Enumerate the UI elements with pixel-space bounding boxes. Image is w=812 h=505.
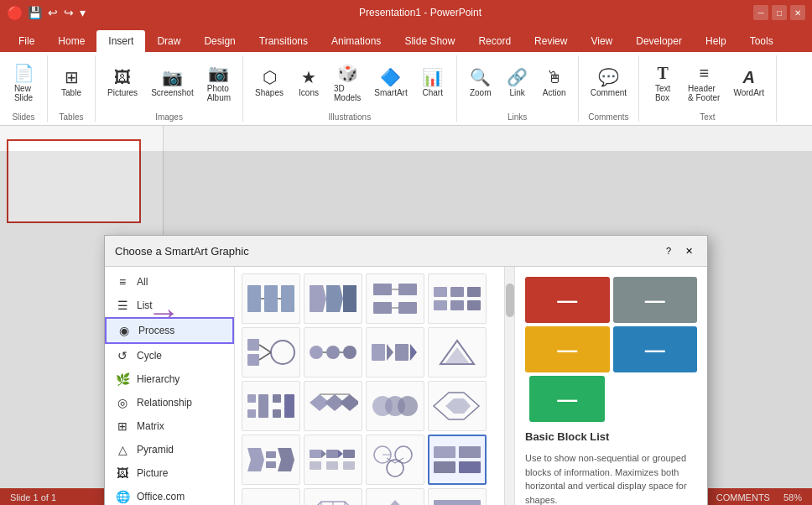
- tab-animations[interactable]: Animations: [320, 30, 393, 52]
- maximize-btn[interactable]: □: [772, 5, 787, 20]
- category-picture[interactable]: 🖼 Picture: [105, 461, 234, 485]
- category-all[interactable]: ≡ All: [105, 270, 234, 294]
- chart-icon: 📊: [422, 69, 443, 86]
- tab-developer[interactable]: Developer: [624, 30, 694, 52]
- smartart-item-11[interactable]: [366, 381, 424, 431]
- tab-insert[interactable]: Insert: [96, 30, 145, 52]
- smartart-item-7[interactable]: [366, 327, 424, 377]
- svg-point-25: [310, 346, 323, 359]
- tab-review[interactable]: Review: [523, 30, 579, 52]
- svg-marker-59: [338, 450, 343, 458]
- svg-rect-1: [264, 285, 278, 312]
- close-btn[interactable]: ✕: [790, 5, 805, 20]
- chart-btn[interactable]: 📊 Chart: [416, 65, 450, 101]
- tab-draw[interactable]: Draw: [145, 30, 192, 52]
- dialog-body: ≡ All ☰ List ◉ Process ↺ Cycle: [105, 267, 707, 505]
- smartart-item-14[interactable]: [304, 435, 362, 485]
- header-footer-icon: ≡: [699, 65, 709, 81]
- category-matrix[interactable]: ⊞ Matrix: [105, 414, 234, 438]
- svg-rect-2: [281, 285, 294, 312]
- category-pyramid-label: Pyramid: [137, 444, 174, 456]
- title-bar: 🔴 💾 ↩ ↪ ▾ Presentation1 - PowerPoint ─ □…: [0, 0, 812, 25]
- ribbon-group-illustrations: ⬡ Shapes ★ Icons 🎲 3DModels 🔷 SmartArt 📊…: [243, 55, 457, 122]
- color-swatch-blue[interactable]: —: [613, 326, 698, 372]
- screenshot-btn[interactable]: 📷 Screenshot: [146, 65, 199, 101]
- tab-home[interactable]: Home: [46, 30, 96, 52]
- smartart-item-8[interactable]: [428, 327, 487, 377]
- tab-help[interactable]: Help: [694, 30, 738, 52]
- comment-icon: 💬: [598, 69, 619, 86]
- link-btn[interactable]: 🔗 Link: [501, 65, 534, 101]
- svg-line-23: [259, 345, 271, 352]
- color-swatch-yellow[interactable]: —: [525, 326, 610, 372]
- customize-qat-btn[interactable]: ▾: [78, 4, 87, 21]
- color-swatch-red[interactable]: —: [525, 277, 610, 323]
- new-slide-icon: 📄: [13, 65, 34, 81]
- grid-scrollbar[interactable]: [504, 267, 514, 505]
- smartart-item-12[interactable]: [428, 381, 487, 431]
- smartart-item-18[interactable]: [304, 488, 362, 505]
- tables-group-items: ⊞ Table: [55, 55, 88, 111]
- smartart-item-13[interactable]: [242, 435, 300, 485]
- smartart-item-17[interactable]: [242, 488, 300, 505]
- color-swatch-gray[interactable]: —: [613, 277, 698, 323]
- smartart-item-16[interactable]: [428, 435, 487, 485]
- category-hierarchy[interactable]: 🌿 Hierarchy: [105, 367, 234, 391]
- smartart-item-15[interactable]: [366, 435, 424, 485]
- smartart-item-9[interactable]: [242, 381, 300, 431]
- tab-view[interactable]: View: [579, 30, 624, 52]
- dialog-help-btn[interactable]: ?: [660, 242, 677, 259]
- smartart-item-4[interactable]: [428, 273, 487, 324]
- pictures-icon: 🖼: [114, 69, 131, 86]
- svg-rect-15: [434, 300, 447, 310]
- smartart-item-2[interactable]: [304, 273, 362, 324]
- save-qat-btn[interactable]: 💾: [26, 4, 44, 21]
- category-cycle[interactable]: ↺ Cycle: [105, 344, 234, 367]
- shapes-btn[interactable]: ⬡ Shapes: [250, 65, 289, 101]
- pictures-btn[interactable]: 🖼 Pictures: [102, 65, 143, 101]
- comment-btn[interactable]: 💬 Comment: [586, 58, 632, 108]
- comments-group-label: Comments: [588, 112, 628, 122]
- category-pyramid[interactable]: △ Pyramid: [105, 438, 234, 461]
- zoom-btn[interactable]: 🔍 Zoom: [464, 65, 497, 101]
- tab-tools[interactable]: Tools: [738, 30, 785, 52]
- smartart-btn[interactable]: 🔷 SmartArt: [369, 65, 412, 101]
- action-btn[interactable]: 🖱 Action: [538, 65, 571, 101]
- svg-rect-8: [373, 284, 392, 295]
- color-swatch-green[interactable]: —: [529, 376, 605, 422]
- svg-rect-56: [310, 450, 321, 458]
- smartart-item-1[interactable]: [242, 273, 300, 324]
- svg-rect-63: [343, 461, 355, 470]
- tab-slideshow[interactable]: Slide Show: [393, 30, 466, 52]
- textbox-btn[interactable]: T TextBox: [646, 61, 679, 106]
- redo-qat-btn[interactable]: ↪: [62, 4, 75, 21]
- new-slide-btn[interactable]: 📄 NewSlide: [7, 58, 40, 108]
- smartart-item-19[interactable]: [366, 488, 424, 505]
- table-btn[interactable]: ⊞ Table: [55, 58, 88, 108]
- tab-file[interactable]: File: [7, 30, 46, 52]
- smartart-item-10[interactable]: [304, 381, 362, 431]
- header-footer-btn[interactable]: ≡ Header& Footer: [683, 61, 725, 106]
- icons-btn[interactable]: ★ Icons: [292, 65, 325, 101]
- app-icon: 🔴: [7, 5, 23, 21]
- svg-line-24: [259, 352, 271, 360]
- smartart-item-6[interactable]: [304, 327, 362, 377]
- scrollbar-thumb[interactable]: [506, 284, 514, 317]
- preview-title: Basic Block List: [525, 430, 697, 443]
- 3d-models-btn[interactable]: 🎲 3DModels: [329, 61, 366, 106]
- wordart-btn[interactable]: A WordArt: [728, 65, 769, 101]
- photo-album-btn[interactable]: 📷 PhotoAlbum: [202, 61, 236, 106]
- tab-design[interactable]: Design: [192, 30, 247, 52]
- dialog-close-btn[interactable]: ✕: [680, 242, 697, 259]
- category-relationship[interactable]: ◎ Relationship: [105, 391, 234, 414]
- smartart-item-20[interactable]: [428, 488, 487, 505]
- undo-qat-btn[interactable]: ↩: [46, 4, 60, 21]
- tab-record[interactable]: Record: [466, 30, 523, 52]
- smartart-grid[interactable]: [235, 267, 514, 505]
- tab-transitions[interactable]: Transitions: [247, 30, 320, 52]
- smartart-item-5[interactable]: [242, 327, 300, 377]
- dialog-title: Choose a SmartArt Graphic: [115, 245, 249, 258]
- smartart-item-3[interactable]: [366, 273, 424, 324]
- minimize-btn[interactable]: ─: [753, 5, 768, 20]
- category-office-com[interactable]: 🌐 Office.com: [105, 485, 234, 505]
